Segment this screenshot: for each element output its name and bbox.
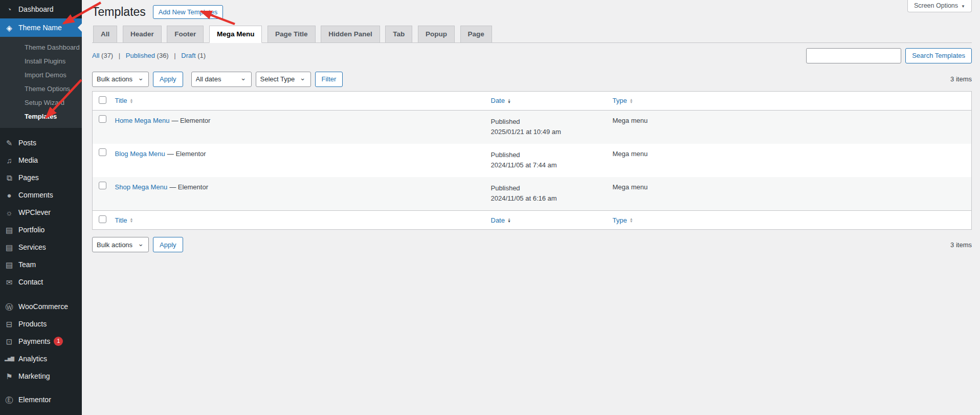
template-title-suffix: — Elementor	[169, 183, 208, 191]
sidebar-item-label: Contact	[18, 278, 43, 286]
all-dates-select[interactable]: All dates	[191, 72, 252, 87]
sidebar-item-analytics[interactable]: ▂▅▇ Analytics	[0, 350, 82, 367]
submenu-item-install-plugins[interactable]: Install Plugins	[0, 54, 82, 68]
tab-all[interactable]: All	[93, 26, 117, 43]
submenu-item-theme-dashboard[interactable]: Theme Dashboard	[0, 40, 82, 54]
sidebar-item-label: Comments	[18, 191, 53, 199]
submenu-item-templates[interactable]: Templates	[0, 110, 82, 123]
tab-page[interactable]: Page	[460, 26, 492, 43]
sidebar-item-team[interactable]: ▤ Team	[0, 256, 82, 273]
search-templates-input[interactable]	[806, 48, 901, 63]
select-all-checkbox[interactable]	[99, 215, 106, 223]
sidebar-item-media[interactable]: ♫ Media	[0, 151, 82, 169]
admin-sidebar: ◔ Dashboard ◈ Theme Name Theme Dashboard…	[0, 0, 82, 415]
sort-by-type[interactable]: Type ▲▼	[613, 216, 633, 224]
select-type-wrap: Select Type	[256, 72, 311, 87]
sidebar-item-services[interactable]: ▤ Services	[0, 238, 82, 256]
media-icon: ♫	[0, 157, 18, 164]
view-all-link[interactable]: All	[92, 52, 99, 59]
sidebar-item-posts[interactable]: ✎ Posts	[0, 134, 82, 151]
column-date-label: Date	[491, 97, 505, 104]
sort-arrows-icon: ▲▼	[630, 217, 633, 223]
row-date: 2025/01/21 at 10:49 am	[491, 127, 603, 137]
tab-page-title[interactable]: Page Title	[268, 26, 316, 43]
add-new-templates-button[interactable]: Add New Templates	[153, 5, 223, 19]
tab-header[interactable]: Header	[123, 26, 162, 43]
select-all-checkbox[interactable]	[99, 96, 106, 104]
bulk-actions-select-bottom[interactable]: Bulk actions	[92, 237, 149, 252]
row-checkbox[interactable]	[99, 115, 106, 123]
tab-mega-menu[interactable]: Mega Menu	[209, 26, 262, 43]
select-type-select[interactable]: Select Type	[256, 72, 311, 87]
column-title-label: Title	[115, 97, 127, 104]
tab-tab[interactable]: Tab	[385, 26, 412, 43]
sidebar-item-payments[interactable]: ⊡ Payments 1	[0, 333, 82, 350]
submenu-item-setup-wizard[interactable]: Setup Wizard	[0, 96, 82, 110]
payments-card-icon: ⊡	[0, 338, 18, 345]
sidebar-item-label: Elementor	[18, 396, 51, 404]
submenu-item-import-demos[interactable]: Import Demos	[0, 68, 82, 82]
template-type-tabs: All Header Footer Mega Menu Page Title H…	[92, 26, 972, 43]
row-date: 2024/11/05 at 7:44 am	[491, 160, 603, 170]
page-title: Templates	[92, 5, 146, 19]
pages-icon: ⧉	[0, 174, 18, 182]
bulk-actions-select[interactable]: Bulk actions	[92, 72, 149, 87]
elementor-icon: Ⓔ	[0, 396, 18, 404]
sort-by-title[interactable]: Title ▲▼	[115, 216, 133, 224]
sort-arrows-icon: ▲▼	[630, 98, 633, 103]
row-checkbox[interactable]	[99, 148, 106, 156]
apply-button[interactable]: Apply	[153, 72, 183, 87]
sidebar-item-woocommerce[interactable]: Ⓦ WooCommerce	[0, 298, 82, 315]
sort-arrows-icon: ▲▼	[507, 217, 511, 223]
row-type: Mega menu	[608, 110, 972, 144]
separator: |	[119, 52, 120, 59]
sidebar-item-label: Team	[18, 260, 36, 269]
template-title-link[interactable]: Home Mega Menu	[115, 117, 170, 124]
sidebar-item-theme-name[interactable]: ◈ Theme Name	[0, 18, 82, 37]
woocommerce-icon: Ⓦ	[0, 303, 18, 311]
search-templates-button[interactable]: Search Templates	[905, 48, 972, 63]
sort-arrows-icon: ▲▼	[507, 98, 511, 103]
payments-notification-badge: 1	[54, 337, 63, 346]
sidebar-item-contact[interactable]: ✉ Contact	[0, 273, 82, 291]
column-date-label: Date	[491, 216, 505, 224]
bulk-actions-select-wrap: Bulk actions	[92, 237, 149, 252]
folder-icon: ▤	[0, 261, 18, 269]
apply-button-bottom[interactable]: Apply	[153, 237, 183, 252]
row-type: Mega menu	[608, 144, 972, 177]
sidebar-item-wpclever[interactable]: ☼ WPClever	[0, 204, 82, 221]
items-count: 3 items	[950, 241, 972, 249]
view-draft-link[interactable]: Draft	[181, 52, 195, 59]
sort-arrows-icon: ▲▼	[130, 98, 133, 103]
view-published-link[interactable]: Published	[126, 52, 155, 59]
sidebar-item-elementor[interactable]: Ⓔ Elementor	[0, 391, 82, 408]
template-title-link[interactable]: Shop Mega Menu	[115, 183, 168, 191]
sort-by-type[interactable]: Type ▲▼	[613, 97, 633, 104]
template-title-link[interactable]: Blog Mega Menu	[115, 150, 165, 158]
envelope-icon: ✉	[0, 278, 18, 286]
sidebar-item-label: Portfolio	[18, 226, 44, 234]
sort-by-title[interactable]: Title ▲▼	[115, 97, 133, 104]
sidebar-item-portfolio[interactable]: ▤ Portfolio	[0, 221, 82, 238]
sidebar-item-pages[interactable]: ⧉ Pages	[0, 169, 82, 186]
tab-popup[interactable]: Popup	[418, 26, 455, 43]
sidebar-item-products[interactable]: ⊟ Products	[0, 315, 82, 333]
submenu-item-theme-options[interactable]: Theme Options	[0, 82, 82, 96]
row-checkbox[interactable]	[99, 182, 106, 189]
screen-options-button[interactable]: Screen Options▼	[907, 0, 972, 12]
megaphone-icon: ⚑	[0, 373, 18, 380]
filter-button[interactable]: Filter	[315, 72, 343, 87]
tab-footer[interactable]: Footer	[167, 26, 204, 43]
folder-icon: ▤	[0, 244, 18, 251]
sort-by-date[interactable]: Date ▲▼	[491, 97, 511, 104]
sidebar-item-marketing[interactable]: ⚑ Marketing	[0, 367, 82, 385]
comments-icon: ●	[0, 191, 18, 199]
main-content: Screen Options▼ Templates Add New Templa…	[82, 0, 980, 415]
row-status: Published	[491, 150, 603, 160]
bar-chart-icon: ▂▅▇	[0, 357, 18, 361]
sidebar-item-comments[interactable]: ● Comments	[0, 186, 82, 204]
sidebar-item-dashboard[interactable]: ◔ Dashboard	[0, 0, 82, 18]
tab-hidden-panel[interactable]: Hidden Panel	[321, 26, 380, 43]
table-row: Shop Mega Menu— Elementor Published 2024…	[93, 177, 972, 211]
sort-by-date[interactable]: Date ▲▼	[491, 216, 511, 224]
